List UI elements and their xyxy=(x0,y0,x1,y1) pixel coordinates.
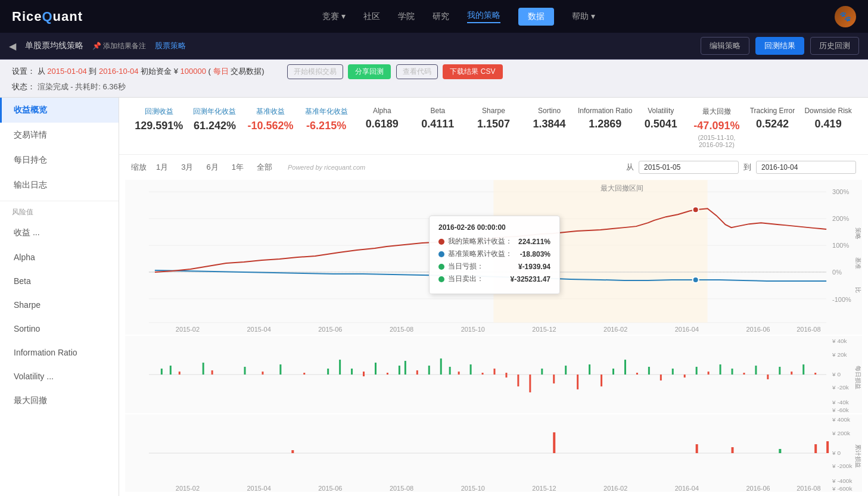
main-layout: 收益概览 交易详情 每日持仓 输出日志 风险值 收益 ... Alpha Bet… xyxy=(0,98,868,496)
sidebar-item-overview[interactable]: 收益概览 xyxy=(0,98,119,123)
chart-date-to[interactable] xyxy=(756,161,856,174)
sidebar-item-sortino[interactable]: Sortino xyxy=(0,317,119,341)
svg-text:2016-08: 2016-08 xyxy=(797,326,820,333)
svg-rect-75 xyxy=(636,373,638,375)
nav-academy[interactable]: 学院 xyxy=(398,11,415,22)
svg-text:¥ -40k: ¥ -40k xyxy=(832,399,849,405)
sidebar-item-beta[interactable]: Beta xyxy=(0,269,119,293)
simulate-trade-button[interactable]: 开始模拟交易 xyxy=(287,64,343,79)
svg-text:2015-04: 2015-04 xyxy=(247,485,271,492)
svg-rect-62 xyxy=(482,373,484,375)
tooltip-row-benchmark: 基准策略累计收益： -18.803% xyxy=(438,249,550,259)
svg-text:2016-06: 2016-06 xyxy=(746,326,770,333)
svg-rect-102 xyxy=(696,444,698,453)
backtest-result-button[interactable]: 回测结果 xyxy=(755,37,804,55)
sidebar-item-max-drawdown[interactable]: 最大回撤 xyxy=(0,388,119,413)
nav-community[interactable]: 社区 xyxy=(363,11,380,22)
svg-text:200%: 200% xyxy=(832,215,849,222)
svg-rect-46 xyxy=(279,364,281,375)
stat-sharpe: Sharpe 1.1507 xyxy=(466,107,522,148)
svg-rect-83 xyxy=(732,369,733,375)
svg-rect-53 xyxy=(387,373,388,375)
zoom-1m[interactable]: 1月 xyxy=(153,161,172,174)
svg-text:2015-10: 2015-10 xyxy=(461,326,485,333)
avatar[interactable]: 🐾 xyxy=(835,6,856,27)
svg-rect-40 xyxy=(170,366,172,375)
svg-text:2016-08: 2016-08 xyxy=(797,485,820,492)
svg-text:2016-02: 2016-02 xyxy=(603,326,627,333)
svg-text:2016-04: 2016-04 xyxy=(675,326,699,333)
svg-rect-50 xyxy=(351,369,353,375)
stats-row: 回测收益 129.591% 回测年化收益 61.242% 基准收益 -10.56… xyxy=(119,98,868,155)
tooltip-key-strategy: 我的策略累计收益： xyxy=(448,236,515,247)
history-backtest-button[interactable]: 历史回测 xyxy=(810,37,859,55)
svg-rect-69 xyxy=(565,366,567,375)
svg-point-18 xyxy=(693,277,699,283)
sidebar-item-trade-detail[interactable]: 交易详情 xyxy=(0,123,119,148)
sidebar-item-information-ratio[interactable]: Information Ratio xyxy=(0,341,119,364)
svg-text:0%: 0% xyxy=(832,269,842,276)
nav-help[interactable]: 帮助 ▾ xyxy=(572,11,595,22)
zoom-3m[interactable]: 3月 xyxy=(178,161,197,174)
back-button[interactable]: ◀ xyxy=(9,40,16,52)
sidebar-item-profit[interactable]: 收益 ... xyxy=(0,220,119,245)
chart-date-from[interactable] xyxy=(639,161,739,174)
to-label: 到 xyxy=(743,162,751,173)
sidebar-item-output-log[interactable]: 输出日志 xyxy=(0,173,119,198)
settings-row2: 状态： 渲染完成 - 共耗时: 6.36秒 xyxy=(12,82,856,92)
settings-row1: 设置： 从 2015-01-04 到 2016-10-04 初始资金 ¥ 100… xyxy=(12,64,856,79)
svg-text:2015-10: 2015-10 xyxy=(461,485,485,492)
nav-data[interactable]: 数据 xyxy=(518,8,554,26)
svg-rect-88 xyxy=(791,372,792,375)
sidebar: 收益概览 交易详情 每日持仓 输出日志 风险值 收益 ... Alpha Bet… xyxy=(0,98,119,496)
nav-research[interactable]: 研究 xyxy=(433,11,449,22)
stat-volatility: Volatility 0.5041 xyxy=(633,107,689,148)
svg-rect-61 xyxy=(470,364,472,375)
share-backtest-button[interactable]: 分享回测 xyxy=(348,64,391,79)
chart-tooltip: 2016-02-26 00:00:00 我的策略累计收益： 224.211% 基… xyxy=(429,216,560,294)
edit-strategy-button[interactable]: 编辑策略 xyxy=(701,37,749,55)
logo: RiceQuant xyxy=(12,9,83,24)
svg-text:¥ 400k: ¥ 400k xyxy=(832,416,850,423)
tooltip-val-daily-sell: ¥-325231.47 xyxy=(511,275,550,283)
svg-rect-70 xyxy=(577,375,578,389)
sidebar-item-volatility[interactable]: Volatility ... xyxy=(0,364,119,388)
download-csv-button[interactable]: 下载结果 CSV xyxy=(443,64,502,79)
svg-rect-64 xyxy=(505,373,507,378)
zoom-6m[interactable]: 6月 xyxy=(203,161,222,174)
svg-rect-86 xyxy=(767,375,769,379)
svg-text:¥ 0: ¥ 0 xyxy=(832,371,841,378)
zoom-1y[interactable]: 1年 xyxy=(228,161,247,174)
svg-rect-85 xyxy=(755,366,757,375)
sidebar-item-daily-position[interactable]: 每日持仓 xyxy=(0,148,119,173)
strategy-tag[interactable]: 股票策略 xyxy=(155,40,186,51)
svg-rect-43 xyxy=(211,370,213,375)
svg-text:¥ -600k: ¥ -600k xyxy=(832,485,852,492)
settings-label: 设置： xyxy=(12,67,35,76)
tooltip-row-daily-sell: 当日卖出： ¥-325231.47 xyxy=(438,274,550,284)
svg-rect-105 xyxy=(814,444,817,453)
svg-rect-106 xyxy=(826,441,829,453)
svg-rect-44 xyxy=(244,367,246,375)
add-result-note[interactable]: 📌 添加结果备注 xyxy=(92,41,146,51)
svg-text:2015-12: 2015-12 xyxy=(532,326,556,333)
svg-rect-52 xyxy=(375,363,377,375)
tooltip-dot-strategy xyxy=(438,239,444,245)
svg-rect-77 xyxy=(660,375,662,380)
initial-capital: 100000 xyxy=(181,67,206,76)
svg-rect-76 xyxy=(648,367,650,375)
svg-text:基准: 基准 xyxy=(855,257,861,269)
svg-rect-39 xyxy=(161,369,163,375)
svg-text:2015-06: 2015-06 xyxy=(318,485,342,492)
sidebar-item-alpha[interactable]: Alpha xyxy=(0,245,119,269)
nav-competition[interactable]: 竞赛 ▾ xyxy=(322,11,346,22)
sidebar-item-sharpe[interactable]: Sharpe xyxy=(0,293,119,317)
svg-text:¥ 200k: ¥ 200k xyxy=(832,430,850,436)
zoom-all[interactable]: 全部 xyxy=(253,161,276,174)
view-code-button[interactable]: 查看代码 xyxy=(396,64,438,79)
svg-text:最大回撤区间: 最大回撤区间 xyxy=(601,184,643,192)
tooltip-dot-daily-sell xyxy=(438,276,444,282)
tooltip-key-daily-sell: 当日卖出： xyxy=(448,274,507,284)
nav-my-strategy[interactable]: 我的策略 xyxy=(467,10,500,23)
total-value-chart: ¥ 400k ¥ 200k ¥ 0 ¥ -200k ¥ -400k ¥ -600… xyxy=(125,414,862,492)
